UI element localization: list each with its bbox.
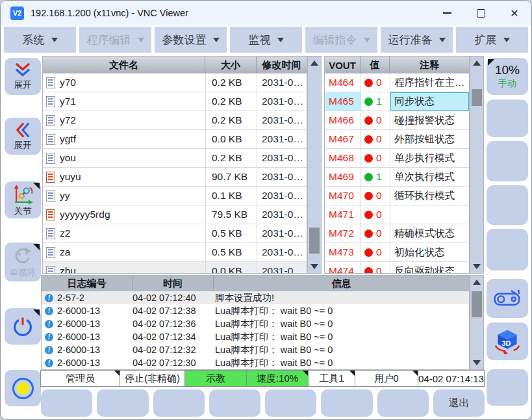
log-id: 2-6000-13 [57,345,100,355]
menu-item[interactable]: 编辑指令 [305,27,377,53]
expand-down-button[interactable]: 展开 [5,58,41,95]
chevron-down-icon [51,38,58,42]
minimize-button[interactable] [430,1,464,25]
log-row[interactable]: 2-6000-13 04-02 07:12:36 Lua脚本打印： wait B… [42,317,469,330]
menu-item[interactable]: 监视 [230,27,302,53]
log-id-cell: 2-6000-13 [42,332,133,342]
log-row[interactable]: 2-6000-13 04-02 07:12:38 Lua脚本打印： wait B… [42,304,469,317]
close-button[interactable] [498,1,531,25]
info-icon [45,320,53,328]
log-scrollbar [470,275,484,370]
file-modified-cell: 2031-0… [257,187,307,205]
bottom-button-1[interactable] [41,389,92,417]
bottom-button-4[interactable] [209,389,260,417]
single-loop-icon [12,246,33,267]
maximize-button[interactable] [464,1,498,25]
status-chip[interactable]: 停止(非精确) [120,370,185,387]
vout-row[interactable]: M464 0 程序指针在主… [325,73,469,92]
state-dot-icon [364,267,373,274]
status-chip[interactable]: 示教 [184,370,247,387]
scroll-down-icon[interactable] [470,261,483,272]
vout-value-cell: 0 [361,243,390,261]
vout-row[interactable]: M470 0 循环执行模式 [325,187,469,205]
bottom-button-5[interactable] [265,389,316,417]
vout-row[interactable]: M465 1 同步状态 [325,92,469,111]
vout-value-cell: 0 [361,149,390,167]
log-time-cell: 04-02 07:12:38 [133,306,214,316]
scrollbar-thumb[interactable] [472,89,482,106]
menu-item[interactable]: 程序编辑 [79,27,151,53]
speed-mode-button[interactable]: 10% 手动 [487,58,528,95]
maximize-icon [477,9,485,18]
window-title: 192.168.1.200 (x11vnc) - VNC Viewer [31,8,188,18]
log-id-cell: 2-6000-13 [42,319,133,329]
vout-row[interactable]: M473 0 初始化状态 [325,243,469,262]
vout-row[interactable]: M466 0 碰撞报警状态 [325,111,469,130]
file-row[interactable]: yuyu 90.7 KB 2031-0… [43,168,307,187]
file-row[interactable]: za 0.5 KB 2031-0… [43,243,307,262]
scrollbar-thumb[interactable] [472,291,482,317]
single-loop-label: 单循环 [10,267,36,279]
power-button[interactable] [5,308,41,345]
menu-item[interactable]: 运行准备 [381,27,453,53]
status-chip[interactable]: 工具1 [308,370,355,387]
vout-row[interactable]: M474 0 反向驱动状态 [325,262,469,274]
scrollbar-thumb[interactable] [309,228,320,254]
status-chip[interactable]: 04-02 07:14:13 [418,370,485,387]
log-row[interactable]: 2-6000-13 04-02 07:12:30 Lua脚本打印： wait B… [42,356,469,369]
scroll-up-icon[interactable] [470,277,483,287]
right-button-8[interactable] [487,369,528,406]
file-name-cell: y71 [43,92,205,111]
single-loop-button[interactable]: 单循环 [5,243,41,282]
right-button-3[interactable] [487,141,528,181]
file-row[interactable]: you 0.2 KB 2031-0… [43,149,307,168]
exit-button[interactable]: 退出 [433,389,485,417]
vout-comment-cell: 同步状态 [390,92,469,111]
vout-row[interactable]: M471 0 [325,205,469,224]
scroll-down-icon[interactable] [308,261,321,272]
log-row[interactable]: 2-57-2 04-02 07:12:40 脚本设置成功! [42,291,469,304]
pendant-control-button[interactable] [487,279,528,318]
right-button-2[interactable] [487,99,528,137]
file-row[interactable]: y71 0.2 KB 2031-0… [43,92,307,111]
file-row[interactable]: ygtf 0.0 KB 2031-0… [43,130,307,149]
log-time-cell: 04-02 07:12:40 [133,293,214,303]
file-row[interactable]: yy 0.1 KB 2031-0… [43,187,307,205]
menu-item[interactable]: 参数设置 [155,27,227,53]
menu-item[interactable]: 系统 [4,27,76,53]
vout-row[interactable]: M469 1 单次执行模式 [325,168,469,187]
vout-row[interactable]: M468 0 单步执行模式 [325,149,469,168]
log-row[interactable]: 2-6000-13 04-02 07:12:34 Lua脚本打印： wait B… [42,330,469,343]
file-row[interactable]: z2 0.5 KB 2031-0… [43,224,307,243]
menu-item[interactable]: 扩展 [456,27,528,53]
right-button-5[interactable] [487,229,528,270]
file-row[interactable]: yyyyyy5rdg 79.5 KB 2031-0… [43,205,307,224]
file-row[interactable]: y70 0.2 KB 2031-0… [43,73,307,92]
bottom-button-6[interactable] [321,389,372,417]
view-3d-button[interactable]: 3D [487,322,528,360]
vout-id-cell: M470 [325,187,361,205]
right-button-4[interactable] [487,185,528,225]
joint-mode-button[interactable]: 关节 [5,181,41,218]
status-chip[interactable]: 用户0 [355,370,418,387]
bottom-button-2[interactable] [97,389,148,417]
status-chip[interactable]: 速度:10% [246,370,309,387]
log-time-cell: 04-02 07:12:36 [133,319,214,329]
bottom-button-7[interactable] [377,389,429,417]
bottom-button-3[interactable] [153,389,205,417]
expand-left-button[interactable]: 展开 [5,118,41,155]
status-bar: 管理员 停止(非精确) 示教 速度:10% 工具1 用户0 04-02 07 [41,370,485,387]
log-row[interactable]: 2-6000-13 04-02 07:12:32 Lua脚本打印： wait B… [42,343,469,356]
file-row[interactable]: zhu 0.0 KB 2031-0… [43,262,307,274]
file-row[interactable]: y72 0.2 KB 2031-0… [43,111,307,130]
record-button[interactable] [5,370,41,406]
scroll-up-icon[interactable] [308,58,321,68]
vout-row[interactable]: M467 0 外部按钮状态 [325,130,469,149]
file-modified-cell: 2031-0… [257,92,307,111]
scroll-up-icon[interactable] [470,58,483,68]
status-chip[interactable]: 管理员 [40,370,120,387]
vout-value: 0 [376,265,382,274]
vout-row[interactable]: M472 0 精确模式状态 [325,224,469,243]
joint-mode-label: 关节 [14,205,32,217]
scroll-down-icon[interactable] [470,358,483,368]
